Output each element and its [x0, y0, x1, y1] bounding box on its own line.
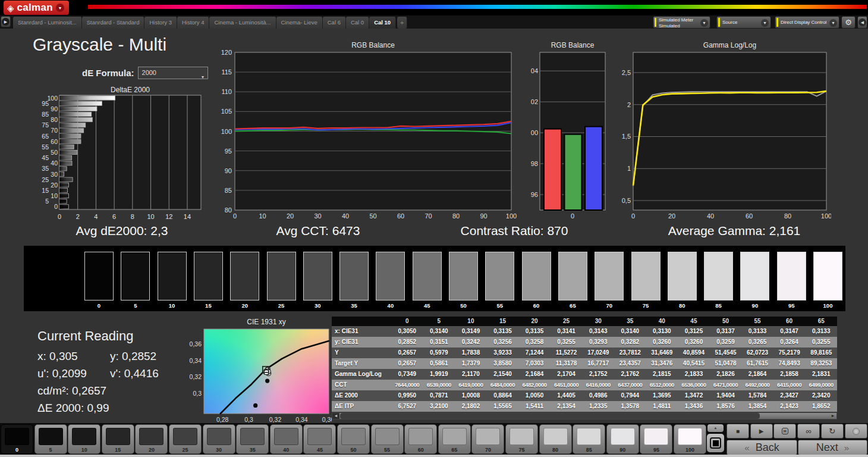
- table-cell: 23,4357: [614, 358, 646, 369]
- swatch-level-label: 75: [631, 302, 661, 309]
- settings-gear-button[interactable]: ⚙: [841, 16, 856, 29]
- level-button-10[interactable]: 10: [68, 424, 100, 454]
- table-cell: 51,0478: [710, 358, 742, 369]
- logo-dropdown-caret-icon[interactable]: ▼: [56, 4, 64, 12]
- level-button-40[interactable]: 40: [270, 424, 303, 454]
- level-button-55[interactable]: 55: [371, 424, 404, 454]
- table-cell: 0,3137: [710, 326, 742, 337]
- level-button-20[interactable]: 20: [135, 424, 168, 454]
- tab-history-4[interactable]: History 4: [177, 17, 209, 29]
- level-button-label: 40: [271, 447, 302, 453]
- pattern-up-button[interactable]: ▲: [707, 424, 724, 432]
- tab-cal-0[interactable]: Cal 0: [346, 17, 369, 29]
- scrollbar-thumb[interactable]: [340, 413, 760, 419]
- table-column-header-35: 35: [614, 317, 646, 326]
- tab-cal-10[interactable]: Cal 10: [369, 17, 396, 29]
- level-button-35[interactable]: 35: [236, 424, 269, 454]
- tab-stanrdard-standard[interactable]: Stanrdard - Standard: [82, 17, 145, 29]
- svg-text:100: 100: [531, 129, 538, 136]
- level-button-15[interactable]: 15: [102, 424, 134, 454]
- grayscale-swatch-40: [376, 252, 405, 301]
- level-button-label: 90: [607, 447, 639, 453]
- source-dropdown[interactable]: Source ▼: [716, 16, 771, 29]
- next-button[interactable]: Next »: [798, 440, 867, 455]
- scroll-left-arrow-icon[interactable]: ◄: [332, 413, 339, 419]
- table-cell: 1,9919: [423, 369, 455, 380]
- tab-cal-6[interactable]: Cal 6: [323, 17, 346, 29]
- level-button-5[interactable]: 5: [34, 424, 67, 454]
- tab-list-button[interactable]: ▶: [1, 16, 11, 27]
- swatch-level-label: 90: [740, 302, 769, 309]
- level-button-65[interactable]: 65: [438, 424, 471, 454]
- svg-text:80: 80: [225, 206, 232, 214]
- svg-text:2,5: 2,5: [622, 69, 631, 76]
- stop-button[interactable]: ■: [727, 424, 749, 439]
- gamma-log-chart: 0,511,522,5020406080100Gamma Log/Log: [618, 39, 831, 221]
- table-cell: 2,1762: [614, 369, 646, 380]
- de-formula-select[interactable]: 2000 ▼: [138, 67, 208, 79]
- level-swatch: [408, 428, 433, 445]
- level-button-90[interactable]: 90: [606, 424, 639, 454]
- grayscale-swatch-35: [339, 252, 369, 301]
- table-row-label-e-itp: ΔE ITP: [332, 401, 391, 412]
- tab-cinema-luminosit[interactable]: Cinema - Luminosità...: [209, 17, 276, 29]
- table-cell: 11,3178: [551, 358, 583, 369]
- level-button-label: 10: [68, 447, 100, 453]
- scroll-right-arrow-icon[interactable]: ►: [829, 413, 836, 419]
- tab-stanrdard-luminosit[interactable]: Stanrdard - Luminosit...: [13, 17, 82, 29]
- table-cell: 17,0249: [582, 348, 614, 358]
- table-cell: 1,8576: [710, 401, 742, 412]
- table-cell: 0,3135: [518, 326, 551, 337]
- swatch-level-label: 55: [485, 302, 514, 309]
- level-button-100[interactable]: 100: [674, 424, 706, 454]
- level-button-60[interactable]: 60: [404, 424, 437, 454]
- meter-dropdown[interactable]: Simulated Meter Simulated ▼: [653, 16, 710, 29]
- svg-text:RGB Balance: RGB Balance: [351, 41, 395, 49]
- level-button-70[interactable]: 70: [471, 424, 504, 454]
- back-button[interactable]: « Back: [727, 440, 797, 455]
- swatch-level-label: 95: [777, 302, 806, 309]
- chevron-down-icon: ▼: [700, 19, 708, 27]
- level-button-0[interactable]: 0: [1, 424, 33, 454]
- continuous-button[interactable]: ∞: [797, 424, 820, 439]
- svg-text:0,34: 0,34: [295, 416, 308, 423]
- svg-text:14: 14: [184, 213, 191, 220]
- loop-button[interactable]: ↻: [821, 424, 844, 439]
- table-cell: 1,3695: [646, 390, 678, 401]
- single-measure-button[interactable]: H: [773, 424, 796, 439]
- level-button-80[interactable]: 80: [539, 424, 572, 454]
- deltae-bar-chart: DeltaE 200005101520253035404550556065707…: [34, 85, 207, 222]
- tab-history-3[interactable]: History 3: [144, 17, 177, 29]
- table-cell: 2,1858: [773, 369, 806, 380]
- swatch-level-label: 100: [813, 302, 842, 309]
- svg-text:100: 100: [821, 212, 831, 220]
- table-horizontal-scrollbar[interactable]: ◄ ►: [332, 412, 837, 420]
- add-tab-button[interactable]: +: [397, 17, 407, 29]
- svg-text:2: 2: [76, 213, 80, 220]
- level-button-30[interactable]: 30: [203, 424, 235, 454]
- calman-logo-menu[interactable]: ◈ calman ▼: [4, 1, 69, 15]
- level-button-95[interactable]: 95: [640, 424, 672, 454]
- swatch-level-label: 60: [522, 302, 551, 309]
- level-button-75[interactable]: 75: [505, 424, 538, 454]
- level-button-label: 5: [35, 447, 67, 453]
- play-button[interactable]: ▶: [750, 424, 773, 439]
- table-cell: 2,1423: [773, 401, 806, 412]
- table-cell: 6482,0000: [518, 380, 551, 390]
- display-control-dropdown[interactable]: Direct Display Control ▼: [775, 16, 839, 29]
- collapse-panel-button[interactable]: ◀: [857, 16, 867, 29]
- table-cell: 0,3264: [773, 337, 806, 348]
- table-cell: 1,4405: [551, 390, 583, 401]
- reading-v-prime: v': 0,4416: [110, 367, 180, 380]
- svg-text:0,32: 0,32: [190, 373, 202, 380]
- swatch-level-label: 5: [121, 302, 150, 309]
- table-cell: 1,0050: [518, 390, 551, 401]
- level-button-25[interactable]: 25: [169, 424, 202, 454]
- grayscale-swatch-30: [303, 252, 332, 301]
- pattern-window-button[interactable]: [707, 434, 724, 452]
- level-button-50[interactable]: 50: [337, 424, 370, 454]
- level-button-85[interactable]: 85: [573, 424, 605, 454]
- indicator-button[interactable]: [845, 424, 867, 439]
- tab-cinema-lieve[interactable]: Cinema- Lieve: [276, 17, 323, 29]
- level-button-45[interactable]: 45: [303, 424, 336, 454]
